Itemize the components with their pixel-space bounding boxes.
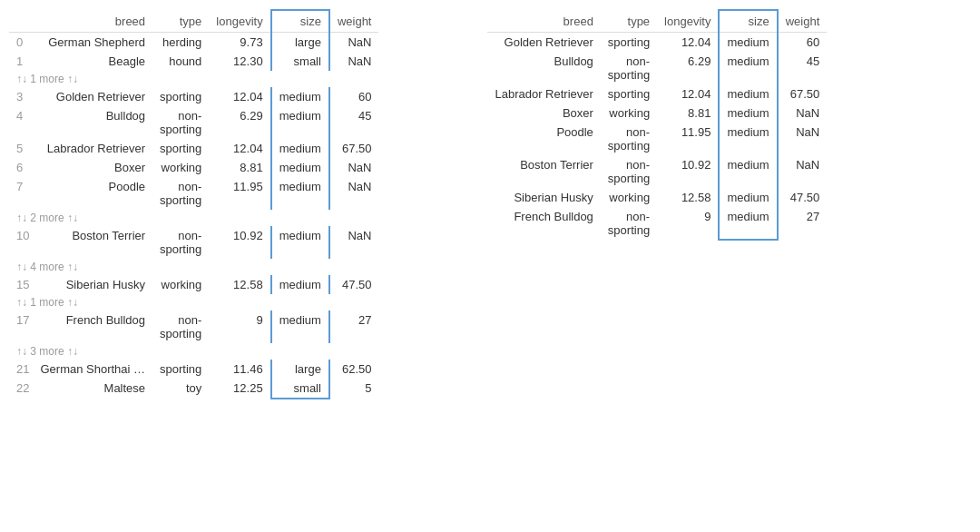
arrow-section: 34567101517 <box>378 9 487 399</box>
longevity-cell: 9 <box>657 207 719 240</box>
breed-cell: German Shepherd <box>33 33 152 53</box>
left-table-row: 10 Boston Terrier non-sporting 10.92 med… <box>9 226 378 259</box>
weight-cell: NaN <box>329 52 379 71</box>
weight-cell: 47.50 <box>329 275 379 294</box>
svg-text:6: 6 <box>463 72 466 80</box>
size-cell: medium <box>271 87 329 106</box>
weight-cell: NaN <box>329 226 379 259</box>
right-table-row: Boston Terrier non-sporting 10.92 medium… <box>487 155 827 188</box>
svg-text:10: 10 <box>463 112 470 120</box>
size-cell: medium <box>719 103 777 123</box>
breed-cell: Golden Retriever <box>487 33 600 53</box>
size-cell: medium <box>719 155 777 188</box>
type-cell: toy <box>152 379 209 399</box>
size-cell: medium <box>271 226 329 259</box>
weight-cell: 67.50 <box>778 84 828 103</box>
breed-cell: Beagle <box>33 52 152 71</box>
left-col-longevity: longevity <box>209 10 270 33</box>
breed-cell: Poodle <box>487 123 600 155</box>
longevity-cell: 9 <box>209 310 270 343</box>
longevity-cell: 12.04 <box>657 84 719 103</box>
weight-cell: NaN <box>329 33 379 53</box>
size-cell: medium <box>271 177 329 210</box>
weight-cell: 45 <box>329 106 379 139</box>
type-cell: non-sporting <box>601 52 657 84</box>
weight-cell: 67.50 <box>329 139 379 158</box>
row-index: 15 <box>9 275 33 294</box>
longevity-cell: 9.73 <box>209 33 270 53</box>
left-table-row: 4 Bulldog non-sporting 6.29 medium 45 <box>9 106 378 139</box>
breed-cell: Golden Retriever <box>33 87 152 106</box>
longevity-cell: 12.30 <box>209 52 270 71</box>
type-cell: working <box>601 188 657 207</box>
size-cell: small <box>271 52 329 71</box>
left-table-row: 6 Boxer working 8.81 medium NaN <box>9 158 378 177</box>
left-table-row: 7 Poodle non-sporting 11.95 medium NaN <box>9 177 378 210</box>
svg-text:4: 4 <box>463 41 466 49</box>
row-index: 7 <box>9 177 33 210</box>
right-col-weight: weight <box>778 10 828 33</box>
size-cell: medium <box>719 207 777 240</box>
longevity-cell: 12.58 <box>657 188 719 207</box>
longevity-cell: 6.29 <box>657 52 719 84</box>
weight-cell: 47.50 <box>778 188 828 207</box>
left-table-row: 5 Labrador Retriever sporting 12.04 medi… <box>9 139 378 158</box>
breed-cell: Bulldog <box>487 52 600 84</box>
type-cell: non-sporting <box>601 123 657 155</box>
size-cell: medium <box>271 310 329 343</box>
breed-cell: Labrador Retriever <box>487 84 600 103</box>
longevity-cell: 11.95 <box>209 177 270 210</box>
weight-cell: 5 <box>329 379 379 399</box>
weight-cell: NaN <box>778 123 828 155</box>
weight-cell: 60 <box>329 87 379 106</box>
svg-text:15: 15 <box>463 130 470 138</box>
weight-cell: 60 <box>778 33 828 53</box>
size-cell: large <box>271 360 329 379</box>
longevity-cell: 10.92 <box>657 155 719 188</box>
breed-cell: Boxer <box>33 158 152 177</box>
row-index: 5 <box>9 139 33 158</box>
size-cell: medium <box>271 106 329 139</box>
longevity-cell: 12.58 <box>209 275 270 294</box>
row-index: 4 <box>9 106 33 139</box>
breed-cell: Siberian Husky <box>33 275 152 294</box>
breed-cell: Siberian Husky <box>487 188 600 207</box>
left-table: breed type longevity size weight 0 Germa… <box>9 9 378 399</box>
row-index: 17 <box>9 310 33 343</box>
type-cell: non-sporting <box>152 310 209 343</box>
svg-text:7: 7 <box>463 90 466 98</box>
weight-cell: 27 <box>778 207 828 240</box>
type-cell: working <box>601 103 657 123</box>
longevity-cell: 10.92 <box>209 226 270 259</box>
row-index: 22 <box>9 379 33 399</box>
breed-cell: Labrador Retriever <box>33 139 152 158</box>
right-table-row: Golden Retriever sporting 12.04 medium 6… <box>487 33 827 53</box>
breed-cell: Boston Terrier <box>33 226 152 259</box>
longevity-cell: 12.25 <box>209 379 270 399</box>
longevity-cell: 8.81 <box>209 158 270 177</box>
breed-cell: French Bulldog <box>33 310 152 343</box>
left-table-row: 22 Maltese toy 12.25 small 5 <box>9 379 378 399</box>
svg-text:3: 3 <box>463 24 466 32</box>
breed-cell: German Shorthai … <box>33 360 152 379</box>
type-cell: herding <box>152 33 209 53</box>
type-cell: non-sporting <box>152 226 209 259</box>
left-table-row: 0 German Shepherd herding 9.73 large NaN <box>9 33 378 53</box>
type-cell: sporting <box>152 360 209 379</box>
size-cell: small <box>271 379 329 399</box>
svg-text:5: 5 <box>463 59 466 67</box>
size-cell: medium <box>719 84 777 103</box>
row-index: 0 <box>9 33 33 53</box>
longevity-cell: 12.04 <box>209 139 270 158</box>
size-cell: medium <box>719 123 777 155</box>
right-col-size: size <box>719 10 777 33</box>
weight-cell: 27 <box>329 310 379 343</box>
right-table-row: French Bulldog non-sporting 9 medium 27 <box>487 207 827 240</box>
longevity-cell: 12.04 <box>209 87 270 106</box>
breed-cell: Bulldog <box>33 106 152 139</box>
size-cell: large <box>271 33 329 53</box>
longevity-cell: 11.95 <box>657 123 719 155</box>
breed-cell: Boxer <box>487 103 600 123</box>
breed-cell: Maltese <box>33 379 152 399</box>
type-cell: sporting <box>601 33 657 53</box>
